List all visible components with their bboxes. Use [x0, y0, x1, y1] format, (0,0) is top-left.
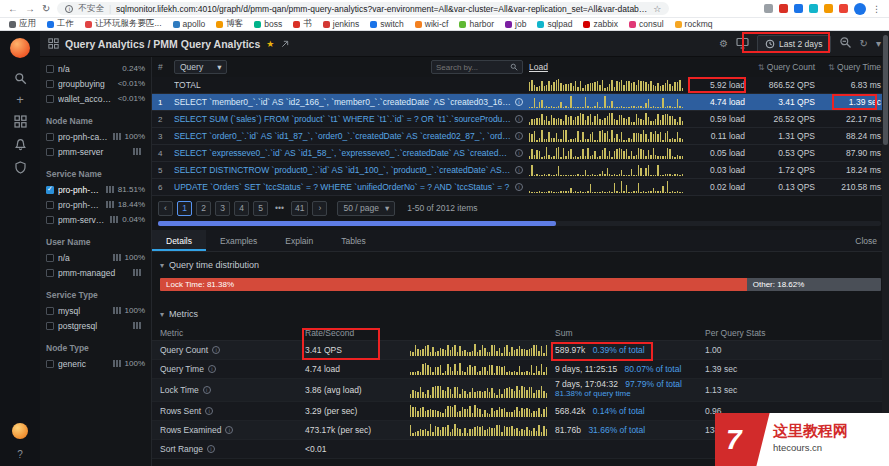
info-icon[interactable]: i [515, 166, 523, 174]
bookmark-item[interactable]: switch [370, 19, 404, 29]
filter-checkbox[interactable] [46, 322, 54, 330]
cycle-view-icon[interactable] [736, 35, 749, 53]
alerting-bell-icon[interactable] [14, 138, 27, 151]
filter-row[interactable]: n/a n/a 0.24% [46, 61, 145, 76]
filter-row[interactable]: pro-pnh-ca1-lif... pro-pnh-ca1-lif... 18… [46, 197, 145, 212]
filter-checkbox[interactable] [46, 80, 54, 88]
filter-row[interactable]: pmm-server pmm-server [46, 144, 145, 159]
query-table-row[interactable]: 1 SELECT `member0_`.`id` AS `id2_166_`, … [152, 94, 889, 111]
help-icon[interactable]: ? [17, 449, 23, 460]
page-button[interactable]: 41 [291, 201, 308, 216]
filter-row[interactable]: User Name User Name [46, 233, 145, 250]
query-table-row[interactable]: TOTAL i 5.92 load 866.52 QPS 6.83 ms [152, 77, 889, 94]
details-tab[interactable]: Details [152, 230, 206, 251]
page-button[interactable]: 3 [215, 201, 230, 216]
details-tab[interactable]: Explain [271, 230, 327, 251]
extension-icon[interactable] [764, 4, 773, 13]
filter-checkbox[interactable] [46, 360, 54, 368]
filter-checkbox[interactable] [46, 65, 54, 73]
filter-row[interactable]: generic generic 100% [46, 356, 145, 371]
zoom-out-icon[interactable] [839, 35, 852, 53]
browser-profile-avatar[interactable] [854, 3, 866, 15]
bookmark-item[interactable]: sqlpad [537, 19, 572, 29]
bookmark-item[interactable]: 书 [293, 18, 312, 30]
reload-icon[interactable]: ↻ [42, 4, 50, 14]
query-table-row[interactable]: 6 UPDATE `Orders` SET `tccStatus` = ? WH… [152, 179, 889, 196]
next-page-button[interactable]: › [312, 201, 327, 216]
settings-gear-icon[interactable]: ⚙ [719, 38, 728, 49]
filter-checkbox[interactable] [46, 133, 54, 141]
bookmark-item[interactable]: rockmq [675, 19, 713, 29]
percent-of-total-link[interactable]: 97.79% of total [625, 379, 682, 389]
create-plus-icon[interactable]: + [16, 95, 24, 105]
metrics-section-header[interactable]: ▾ Metrics [152, 301, 889, 323]
query-count-column-header[interactable]: ⇅ Query Count [745, 62, 815, 72]
filter-row[interactable]: n/a n/a 100% [46, 250, 145, 265]
extension-icon[interactable] [809, 4, 818, 13]
filter-row[interactable]: pro-pnh-ca1-lif... pro-pnh-ca1-lif... 10… [46, 129, 145, 144]
back-icon[interactable]: ← [8, 4, 18, 14]
bookmark-item[interactable]: apollo [173, 19, 206, 29]
query-table-row[interactable]: 4 SELECT `expresseve0_`.`id` AS `id1_58_… [152, 145, 889, 162]
distribution-section-header[interactable]: ▾ Query time distribution [152, 252, 889, 274]
filter-row[interactable]: Service Type Service Type [46, 286, 145, 303]
url-bar[interactable]: i 不安全 | sqlmonitor.lifekh.com:4010/graph… [57, 2, 669, 15]
query-table-row[interactable]: 3 SELECT `order0_`.`id` AS `id1_87_`, `o… [152, 128, 889, 145]
time-range-picker[interactable]: Last 2 days [757, 35, 830, 53]
bookmark-item[interactable]: job [505, 19, 526, 29]
info-icon[interactable]: i [515, 183, 523, 191]
query-table-row[interactable]: 5 SELECT DISTINCTROW `product0_`.`id` AS… [152, 162, 889, 179]
bookmark-item[interactable]: boss [254, 19, 282, 29]
filter-checkbox[interactable] [46, 186, 54, 194]
share-icon[interactable] [280, 35, 290, 53]
filter-row[interactable]: Node Type Node Type [46, 339, 145, 356]
percent-of-total-link[interactable]: 80.07% of total [625, 364, 682, 374]
extension-icon[interactable] [779, 4, 788, 13]
scrollbar-thumb[interactable] [158, 221, 556, 226]
info-icon[interactable]: i [203, 386, 211, 394]
bookmark-item[interactable]: 应用 [9, 18, 36, 30]
page-button[interactable]: 2 [196, 201, 211, 216]
filter-row[interactable]: pmm-server-p... pmm-server-p... 0.04% [46, 212, 145, 227]
bookmark-item[interactable]: zabbix [583, 19, 618, 29]
filter-checkbox[interactable] [46, 269, 54, 277]
page-button[interactable]: 4 [234, 201, 249, 216]
bookmark-item[interactable]: wiki-cf [415, 19, 449, 29]
scrollbar-thumb[interactable] [883, 35, 888, 145]
filter-row[interactable]: groupbuying groupbuying <0.01% [46, 76, 145, 91]
bookmark-item[interactable]: harbor [459, 19, 494, 29]
filter-row[interactable]: postgresql postgresql [46, 318, 145, 333]
info-icon[interactable]: i [515, 132, 523, 140]
filter-checkbox[interactable] [46, 201, 54, 209]
percent-of-total-link[interactable]: 31.66% of total [588, 425, 645, 435]
refresh-caret-icon[interactable]: ▾ [876, 38, 881, 49]
bookmark-item[interactable]: 让环玩服务要匹... [85, 18, 162, 30]
filter-row[interactable]: Node Name Node Name [46, 112, 145, 129]
bookmark-item[interactable]: consul [629, 19, 664, 29]
filter-checkbox[interactable] [46, 216, 54, 224]
bookmark-item[interactable]: 工作 [47, 18, 74, 30]
forward-icon[interactable]: → [25, 4, 35, 14]
extension-icon[interactable] [824, 4, 833, 13]
refresh-icon[interactable]: ↻ [860, 38, 868, 49]
filter-row[interactable]: Service Name Service Name [46, 165, 145, 182]
page-button[interactable]: 1 [177, 201, 192, 216]
filter-checkbox[interactable] [46, 254, 54, 262]
percent-of-total-link[interactable]: 0.14% of total [593, 406, 645, 416]
bookmark-star-icon[interactable]: ☆ [653, 4, 661, 14]
percent-of-query-time-link[interactable]: 81.38% of query time [555, 389, 705, 401]
details-tab[interactable]: Tables [327, 230, 380, 251]
search-input[interactable] [436, 63, 507, 72]
filter-row[interactable]: wallet_account wallet_account <0.01% [46, 91, 145, 106]
user-avatar[interactable] [12, 423, 28, 439]
info-icon[interactable]: i [515, 149, 523, 157]
page-size-select[interactable]: 50 / page ▾ [337, 201, 395, 216]
details-tab[interactable]: Examples [206, 230, 271, 251]
filter-row[interactable]: pmm-managed pmm-managed [46, 265, 145, 280]
filter-row[interactable]: mysql mysql 100% [46, 303, 145, 318]
page-button[interactable]: ••• [272, 201, 287, 216]
info-icon[interactable]: i [208, 365, 216, 373]
info-icon[interactable]: i [225, 426, 233, 434]
query-dimension-select[interactable]: Query ▾ [174, 60, 227, 74]
page-button[interactable]: 5 [253, 201, 268, 216]
